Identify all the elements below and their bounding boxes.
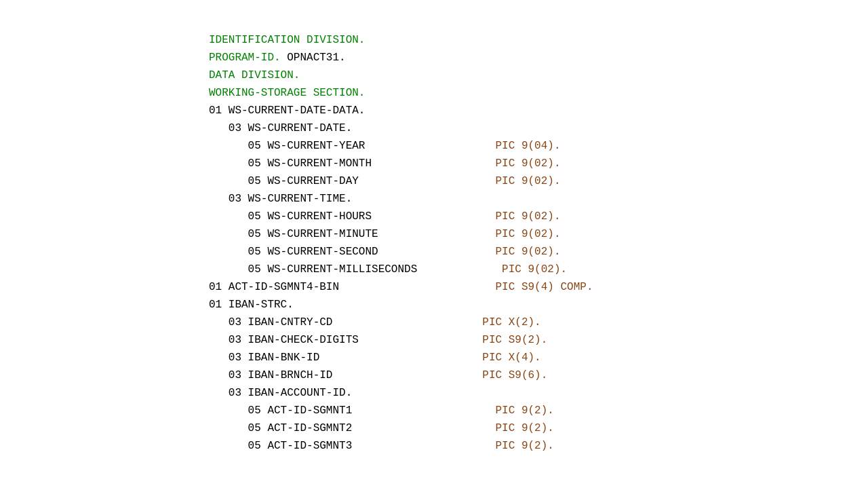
code-line: 03 IBAN-BNK-ID PIC X(4).	[209, 349, 868, 367]
code-text: 05 ACT-ID-SGMNT2	[248, 422, 353, 434]
pic-clause: PIC 9(02).	[372, 157, 560, 170]
code-line: 05 ACT-ID-SGMNT2 PIC 9(2).	[209, 419, 868, 437]
code-text: 03 WS-CURRENT-DATE.	[229, 122, 352, 134]
pic-clause: PIC S9(2).	[359, 334, 547, 346]
code-line: 05 WS-CURRENT-MILLISECONDS PIC 9(02).	[209, 261, 868, 278]
code-text: 03 IBAN-CNTRY-CD	[229, 316, 333, 329]
code-text: 05 WS-CURRENT-MINUTE	[248, 228, 378, 240]
code-line: 01 IBAN-STRC.	[209, 296, 868, 314]
code-text: 05 ACT-ID-SGMNT3	[248, 440, 353, 452]
code-line: 01 WS-CURRENT-DATE-DATA.	[209, 102, 868, 119]
code-line: 05 WS-CURRENT-HOURS PIC 9(02).	[209, 208, 868, 225]
pic-clause: PIC 9(04).	[365, 140, 560, 152]
code-text: 03 IBAN-CHECK-DIGITS	[229, 334, 359, 346]
code-line: 05 WS-CURRENT-YEAR PIC 9(04).	[209, 137, 868, 155]
pic-clause: PIC 9(02).	[417, 263, 567, 276]
code-line: 03 IBAN-CHECK-DIGITS PIC S9(2).	[209, 331, 868, 349]
code-line: 03 IBAN-BRNCH-ID PIC S9(6).	[209, 367, 868, 384]
code-text: 05 WS-CURRENT-SECOND	[248, 246, 378, 258]
pic-clause: PIC 9(02).	[378, 228, 561, 240]
keyword: IDENTIFICATION DIVISION.	[209, 34, 365, 46]
code-line: DATA DIVISION.	[209, 67, 868, 84]
pic-clause: PIC S9(4) COMP.	[339, 281, 593, 293]
code-text: 03 IBAN-ACCOUNT-ID.	[229, 387, 352, 399]
pic-clause: PIC 9(2).	[352, 405, 554, 417]
code-text: 03 IBAN-BRNCH-ID	[229, 369, 333, 381]
code-line: IDENTIFICATION DIVISION.	[209, 31, 868, 49]
code-line: 05 ACT-ID-SGMNT1 PIC 9(2).	[209, 402, 868, 419]
code-line: 05 WS-CURRENT-MINUTE PIC 9(02).	[209, 225, 868, 243]
pic-clause: PIC 9(2).	[352, 440, 554, 452]
keyword: DATA DIVISION.	[209, 69, 300, 81]
code-line: 03 IBAN-CNTRY-CD PIC X(2).	[209, 314, 868, 331]
code-line: 01 ACT-ID-SGMNT4-BIN PIC S9(4) COMP.	[209, 278, 868, 296]
code-line: 05 WS-CURRENT-DAY PIC 9(02).	[209, 172, 868, 190]
code-text: 01 IBAN-STRC.	[209, 299, 294, 311]
code-line: WORKING-STORAGE SECTION.	[209, 84, 868, 102]
pic-clause: PIC X(2).	[332, 316, 540, 329]
pic-clause: PIC X(4).	[319, 352, 540, 364]
code-line: 03 WS-CURRENT-TIME.	[209, 190, 868, 208]
code-text: 01 WS-CURRENT-DATE-DATA.	[209, 105, 365, 117]
code-line: 05 ACT-ID-SGMNT3 PIC 9(2).	[209, 437, 868, 455]
pic-clause: PIC 9(02).	[378, 246, 561, 258]
code-text: 05 WS-CURRENT-HOURS	[248, 210, 372, 223]
code-text: OPNACT31.	[281, 52, 346, 64]
code-line: 03 WS-CURRENT-DATE.	[209, 119, 868, 137]
pic-clause: PIC 9(02).	[359, 175, 561, 187]
code-line: 05 WS-CURRENT-MONTH PIC 9(02).	[209, 155, 868, 172]
code-text: 05 WS-CURRENT-YEAR	[248, 140, 366, 152]
code-text: 05 WS-CURRENT-MONTH	[248, 157, 372, 170]
keyword: WORKING-STORAGE SECTION.	[209, 87, 365, 99]
pic-clause: PIC S9(6).	[332, 369, 547, 381]
code-text: 03 IBAN-BNK-ID	[229, 352, 319, 364]
code-editor: IDENTIFICATION DIVISION.PROGRAM-ID. OPNA…	[0, 0, 868, 468]
keyword: PROGRAM-ID.	[209, 52, 281, 64]
code-text: 01 ACT-ID-SGMNT4-BIN	[209, 281, 339, 293]
code-line: PROGRAM-ID. OPNACT31.	[209, 49, 868, 67]
code-line: 05 WS-CURRENT-SECOND PIC 9(02).	[209, 243, 868, 261]
code-text: 05 WS-CURRENT-MILLISECONDS	[248, 263, 418, 276]
code-text: 05 ACT-ID-SGMNT1	[248, 405, 353, 417]
code-text: 05 WS-CURRENT-DAY	[248, 175, 359, 187]
code-text: 03 WS-CURRENT-TIME.	[229, 193, 352, 205]
code-line: 03 IBAN-ACCOUNT-ID.	[209, 384, 868, 402]
pic-clause: PIC 9(2).	[352, 422, 554, 434]
pic-clause: PIC 9(02).	[372, 210, 560, 223]
